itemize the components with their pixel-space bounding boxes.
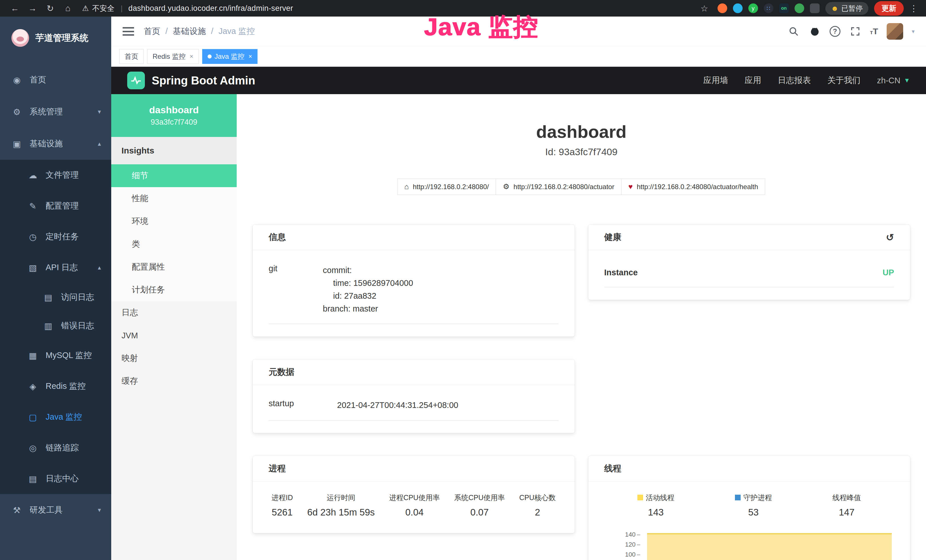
- instance-header[interactable]: dashboard 93a3fc7f7409: [111, 94, 237, 137]
- sidebar-item-infra[interactable]: ▣ 基础设施 ▴: [0, 128, 111, 160]
- update-button[interactable]: 更新: [874, 1, 904, 16]
- sba-item-configprops[interactable]: 配置属性: [111, 256, 237, 278]
- doc-icon: ▤: [43, 292, 54, 303]
- sidebar-item-error-logs[interactable]: ▥ 错误日志: [0, 312, 111, 340]
- monitor-icon: ▣: [11, 139, 22, 149]
- health-instance-row[interactable]: Instance UP: [604, 260, 894, 287]
- security-warning[interactable]: ⚠ 不安全 |: [82, 3, 126, 14]
- avatar-caret-icon[interactable]: ▾: [912, 28, 915, 35]
- infra-submenu: ☁ 文件管理 ✎ 配置管理 ◷ 定时任务 ▧ API 日志 ▴: [0, 160, 111, 494]
- sidebar-item-home[interactable]: ◉ 首页: [0, 64, 111, 96]
- sba-item-metrics[interactable]: 性能: [111, 187, 237, 210]
- link-actuator-url[interactable]: ⚙ http://192.168.0.2:48080/actuator: [496, 179, 622, 195]
- sba-nav-wall[interactable]: 应用墙: [703, 75, 728, 86]
- font-size-icon[interactable]: тT: [870, 27, 878, 36]
- hamburger-icon[interactable]: [123, 27, 134, 36]
- sba-item-jvm[interactable]: JVM: [111, 324, 237, 347]
- browser-menu-icon[interactable]: ⋮: [909, 3, 918, 14]
- sba-item-details[interactable]: 细节: [111, 164, 237, 187]
- cpu-cores: CPU核心数 2: [519, 493, 556, 518]
- breadcrumb-home[interactable]: 首页: [144, 26, 173, 37]
- metadata-card-body: startup 2021-04-27T00:44:31.254+08:00: [253, 385, 575, 433]
- sidebar-item-java-monitor[interactable]: ▢ Java 监控: [0, 402, 111, 433]
- y-tick: 140: [604, 531, 635, 538]
- fullscreen-icon[interactable]: [849, 25, 861, 38]
- sidebar-item-devtools[interactable]: ⚒ 研发工具 ▾: [0, 494, 111, 526]
- back-icon[interactable]: ←: [8, 3, 22, 13]
- sba-main: dashboard Id: 93a3fc7f7409 ⌂ http://192.…: [237, 94, 926, 560]
- sidebar-item-redis[interactable]: ◈ Redis 监控: [0, 371, 111, 402]
- sba-logo-icon[interactable]: [127, 72, 145, 89]
- sidebar-item-api-logs[interactable]: ▧ API 日志 ▴: [0, 252, 111, 283]
- sba-item-mappings[interactable]: 映射: [111, 347, 237, 370]
- app-menu: ◉ 首页 ⚙ 系统管理 ▾ ▣ 基础设施 ▴ ☁ 文件管理: [0, 59, 111, 526]
- threads-legend: 活动线程 143 守护进程: [604, 491, 894, 518]
- sba-nav-applications[interactable]: 应用: [744, 75, 761, 86]
- sba-item-environment[interactable]: 环境: [111, 210, 237, 233]
- instance-label: Instance: [604, 268, 638, 277]
- insights-section-label[interactable]: Insights: [111, 137, 237, 164]
- sba-item-caches[interactable]: 缓存: [111, 370, 237, 392]
- extension-on-icon[interactable]: on: [779, 3, 789, 13]
- extension-grid-icon[interactable]: ∷: [764, 3, 773, 13]
- extension-fox-icon[interactable]: [717, 3, 727, 13]
- help-icon[interactable]: ?: [830, 26, 840, 37]
- process-pid: 进程ID 5261: [271, 493, 293, 518]
- extension-green-icon[interactable]: y: [748, 3, 758, 13]
- github-icon[interactable]: [808, 25, 821, 38]
- git-row: git commit: time: 1596289704000 id: 27aa…: [269, 260, 559, 324]
- forward-icon[interactable]: →: [25, 3, 40, 13]
- tab-close-icon[interactable]: ×: [248, 53, 252, 60]
- sba-nav-journal[interactable]: 日志报表: [778, 75, 811, 86]
- sidebar-item-jobs[interactable]: ◷ 定时任务: [0, 221, 111, 252]
- link-health-url[interactable]: ♥ http://192.168.0.2:48080/actuator/heal…: [621, 179, 765, 195]
- threads-chart: 140 120 100: [604, 527, 894, 560]
- sidebar-item-log-center[interactable]: ▤ 日志中心: [0, 463, 111, 494]
- health-card-header: 健康 ↺: [589, 224, 910, 250]
- tab-close-icon[interactable]: ×: [190, 53, 194, 60]
- warning-icon: ⚠: [82, 4, 89, 13]
- git-commit-id: id: 27aa832: [323, 289, 413, 303]
- tab-redis-monitor[interactable]: Redis 监控 ×: [147, 49, 199, 64]
- link-service-url[interactable]: ⌂ http://192.168.0.2:48080/: [397, 179, 496, 195]
- extension-puzzle-icon[interactable]: [810, 3, 820, 13]
- startup-value: 2021-04-27T00:44:31.254+08:00: [337, 399, 458, 412]
- sba-item-logs[interactable]: 日志: [111, 301, 237, 324]
- status-badge: UP: [883, 268, 894, 277]
- bookmark-star-icon[interactable]: ☆: [697, 3, 712, 14]
- sidebar-item-access-logs[interactable]: ▤ 访问日志: [0, 283, 111, 312]
- chevron-up-icon: ▴: [98, 264, 101, 271]
- sba-item-classes[interactable]: 类: [111, 233, 237, 256]
- sidebar-item-config[interactable]: ✎ 配置管理: [0, 191, 111, 221]
- sidebar-item-tracing[interactable]: ◎ 链路追踪: [0, 433, 111, 463]
- java-monitor-icon: ▢: [27, 412, 38, 422]
- sba-nav: 应用墙 应用 日志报表 关于我们 zh-CN ▼: [703, 75, 910, 86]
- cards-grid: 信息 git commit: time: 1596289704000 id: 2…: [253, 224, 910, 560]
- face-icon: ☻: [831, 4, 838, 12]
- chevron-down-icon: ▾: [98, 108, 101, 115]
- pencil-icon: ✎: [27, 201, 38, 211]
- sba-item-scheduledtasks[interactable]: 计划任务: [111, 278, 237, 301]
- insights-group: 细节 性能 环境 类 配置属性 计划任务: [111, 164, 237, 301]
- url-bar[interactable]: dashboard.yudao.iocoder.cn/infra/admin-s…: [128, 4, 293, 13]
- extension-drop-icon[interactable]: [733, 3, 743, 13]
- search-icon[interactable]: [787, 25, 800, 38]
- user-avatar[interactable]: [887, 23, 903, 40]
- reload-icon[interactable]: ↻: [43, 3, 57, 14]
- home-icon[interactable]: ⌂: [61, 3, 75, 13]
- breadcrumb-infra[interactable]: 基础设施: [173, 26, 218, 37]
- history-icon[interactable]: ↺: [886, 232, 894, 243]
- sidebar-item-system[interactable]: ⚙ 系统管理 ▾: [0, 96, 111, 128]
- app-title: 芋道管理系统: [35, 32, 88, 44]
- extension-leaf-icon[interactable]: [794, 3, 804, 13]
- locale-select[interactable]: zh-CN ▼: [877, 76, 910, 85]
- tab-java-monitor[interactable]: Java 监控 ×: [202, 49, 257, 64]
- git-commit-label: commit:: [323, 264, 413, 277]
- sidebar-item-mysql[interactable]: ▦ MySQL 监控: [0, 340, 111, 371]
- sba-brand[interactable]: Spring Boot Admin: [152, 74, 255, 87]
- paused-badge[interactable]: ☻ 已暂停: [825, 2, 869, 15]
- sidebar-item-files[interactable]: ☁ 文件管理: [0, 160, 111, 191]
- tab-home[interactable]: 首页: [119, 49, 144, 64]
- sba-nav-about[interactable]: 关于我们: [827, 75, 860, 86]
- app-logo[interactable]: 芋道管理系统: [0, 17, 111, 59]
